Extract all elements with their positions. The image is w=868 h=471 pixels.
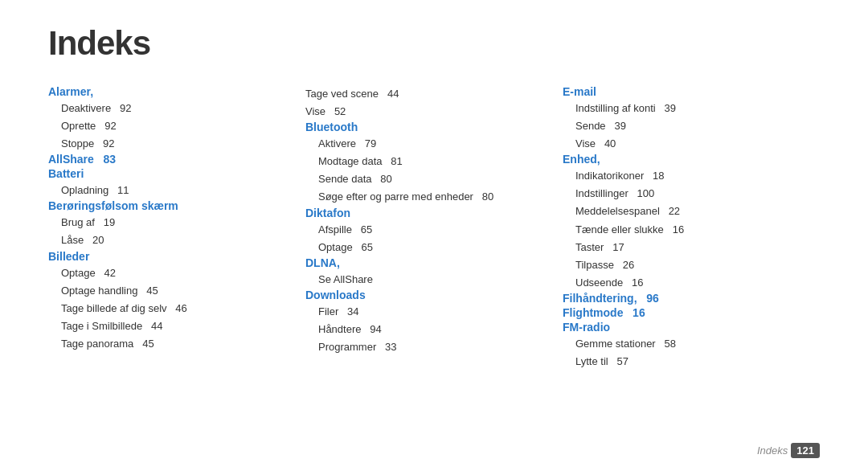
category-batteri: Batteri xyxy=(48,167,289,180)
item-modtage-data: Modtage data 81 xyxy=(318,153,547,170)
section-dlna: DLNA, Se AllShare xyxy=(305,256,547,289)
section-billeder: Billeder Optage 42 Optage handling 45 Ta… xyxy=(48,250,289,353)
category-dlna: DLNA, xyxy=(305,256,547,269)
category-bluetooth: Bluetooth xyxy=(305,121,547,133)
index-columns: Alarmer, Deaktivere 92 Oprette 92 Stoppe… xyxy=(48,85,820,371)
section-email: E-mail Indstilling af konti 39 Sende 39 … xyxy=(563,85,804,153)
category-flightmode: Flightmode 16 xyxy=(563,306,804,319)
item-indikatorikoner: Indikatorikoner 18 xyxy=(575,167,804,185)
section-fm-radio: FM-radio Gemme stationer 58 Lytte til 57 xyxy=(563,321,804,371)
section-allshare: AllShare 83 xyxy=(48,153,289,166)
item-sende-data: Sende data 80 xyxy=(318,170,547,188)
item-optage-diktafon: Optage 65 xyxy=(318,239,547,256)
category-downloads: Downloads xyxy=(305,289,547,301)
item-tage-ved-scene: Tage ved scene 44 xyxy=(305,85,547,103)
item-tilpasse: Tilpasse 26 xyxy=(575,256,804,274)
pre-items: Tage ved scene 44 Vise 52 xyxy=(305,85,547,121)
item-meddelelsespanel: Meddelelsespanel 22 xyxy=(575,203,804,220)
item-udseende: Udseende 16 xyxy=(575,274,804,292)
item-sende-email: Sende 39 xyxy=(575,117,804,135)
footer-text: Indeks xyxy=(757,444,788,457)
item-brug-af: Brug af 19 xyxy=(61,214,289,231)
item-programmer: Programmer 33 xyxy=(318,338,547,356)
section-batteri: Batteri Opladning 11 xyxy=(48,167,289,199)
item-vise-col2: Vise 52 xyxy=(305,103,547,121)
category-alarmer: Alarmer, xyxy=(48,85,289,98)
item-opladning: Opladning 11 xyxy=(61,182,289,199)
item-optage: Optage 42 xyxy=(61,264,289,282)
item-taende-slukke: Tænde eller slukke 16 xyxy=(575,221,804,239)
category-allshare: AllShare 83 xyxy=(48,153,289,166)
item-tage-panorama: Tage panorama 45 xyxy=(61,335,289,353)
item-afspille: Afspille 65 xyxy=(318,221,547,239)
section-downloads: Downloads Filer 34 Håndtere 94 Programme… xyxy=(305,289,547,356)
item-deaktivere: Deaktivere 92 xyxy=(61,100,289,117)
item-laase: Låse 20 xyxy=(61,231,289,249)
column-1: Alarmer, Deaktivere 92 Oprette 92 Stoppe… xyxy=(48,85,305,371)
section-enhed: Enhed, Indikatorikoner 18 Indstillinger … xyxy=(563,153,804,292)
category-billeder: Billeder xyxy=(48,250,289,263)
item-taster: Taster 17 xyxy=(575,239,804,256)
item-se-allshare: Se AllShare xyxy=(318,271,547,289)
section-filhaandtering: Filhåndtering, 96 xyxy=(563,292,804,305)
section-bluetooth: Bluetooth Aktivere 79 Modtage data 81 Se… xyxy=(305,121,547,206)
column-2: Tage ved scene 44 Vise 52 Bluetooth Akti… xyxy=(305,85,563,371)
item-indstillinger: Indstillinger 100 xyxy=(575,185,804,203)
item-stoppe: Stoppe 92 xyxy=(61,135,289,153)
category-beroeringsfoel: Berøringsfølsom skærm xyxy=(48,199,289,212)
page-title: Indeks xyxy=(48,24,820,63)
item-indstilling-konti: Indstilling af konti 39 xyxy=(575,100,804,117)
section-beroeringsfoel: Berøringsfølsom skærm Brug af 19 Låse 20 xyxy=(48,199,289,249)
item-lytte-til: Lytte til 57 xyxy=(575,353,804,371)
item-oprette: Oprette 92 xyxy=(61,117,289,135)
category-filhaandtering: Filhåndtering, 96 xyxy=(563,292,804,305)
item-haandtere: Håndtere 94 xyxy=(318,321,547,338)
item-optage-handling: Optage handling 45 xyxy=(61,282,289,300)
item-vise-email: Vise 40 xyxy=(575,135,804,153)
item-tage-billede: Tage billede af dig selv 46 xyxy=(61,300,289,317)
section-flightmode: Flightmode 16 xyxy=(563,306,804,319)
column-3: E-mail Indstilling af konti 39 Sende 39 … xyxy=(563,85,820,371)
category-diktafon: Diktafon xyxy=(305,207,547,219)
item-gemme-stationer: Gemme stationer 58 xyxy=(575,335,804,353)
category-fm-radio: FM-radio xyxy=(563,321,804,334)
section-diktafon: Diktafon Afspille 65 Optage 65 xyxy=(305,207,547,256)
item-soege-parre: Søge efter og parre med enheder 80 xyxy=(318,188,547,206)
category-enhed: Enhed, xyxy=(563,153,804,166)
footer: Indeks 121 xyxy=(757,443,820,458)
item-aktivere: Aktivere 79 xyxy=(318,135,547,153)
section-alarmer: Alarmer, Deaktivere 92 Oprette 92 Stoppe… xyxy=(48,85,289,153)
item-filer: Filer 34 xyxy=(318,303,547,321)
footer-page: 121 xyxy=(791,443,820,458)
category-email: E-mail xyxy=(563,85,804,98)
item-tage-smilbillede: Tage i Smilbillede 44 xyxy=(61,317,289,335)
